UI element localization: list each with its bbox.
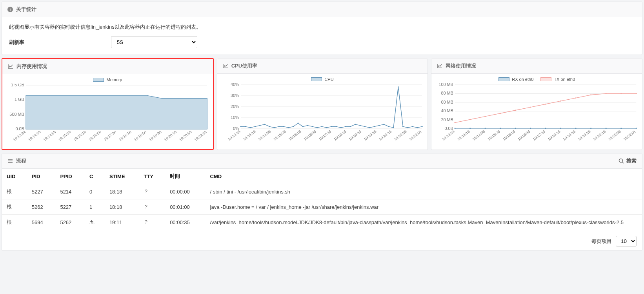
cell-TTY: ？ [139,215,165,230]
pager-label: 每页项目 [591,238,612,245]
svg-point-45 [245,126,246,127]
processes-table: UIDPIDPPIDCSTIMETTY时间CMD 根52275214018:18… [2,169,642,230]
svg-text:19:15:36: 19:15:36 [487,130,501,141]
svg-text:19:20:16: 19:20:16 [164,130,178,142]
table-col-CMD[interactable]: CMD [206,169,642,184]
svg-text:19:20:16: 19:20:16 [593,130,607,141]
svg-text:19:18:16: 19:18:16 [333,130,347,141]
svg-point-63 [331,126,332,127]
cell-PID: 5262 [27,199,56,215]
swatch-rx [498,77,509,81]
svg-point-46 [250,127,251,128]
cell-time: 00:00:00 [165,184,205,199]
svg-point-110 [485,128,486,129]
svg-text:1 GB: 1 GB [15,98,24,102]
svg-point-111 [500,128,501,129]
pager-select[interactable]: 10 [616,236,637,247]
svg-point-127 [545,104,546,105]
svg-text:19:17:36: 19:17:36 [103,130,117,142]
svg-text:19:18:56: 19:18:56 [562,130,577,141]
processes-title: 流程 [16,157,26,164]
about-header: i 关于统计 [2,2,642,17]
cell-UID: 根 [2,184,27,199]
svg-point-51 [273,127,275,128]
svg-point-81 [417,127,418,128]
svg-point-73 [378,125,380,126]
svg-point-131 [606,93,607,94]
svg-point-124 [500,113,501,114]
svg-text:19:16:56: 19:16:56 [303,130,317,141]
svg-text:500 MB: 500 MB [9,112,24,117]
svg-text:19:13:34: 19:13:34 [442,130,456,141]
cell-C: 五 [85,215,105,230]
processes-panel: 流程 搜索 UIDPIDPPIDCSTIMETTY时间CMD 根52275214… [2,153,642,251]
processes-scroll[interactable]: UIDPIDPPIDCSTIMETTY时间CMD 根52275214018:18… [2,169,642,232]
svg-point-76 [393,127,394,128]
cell-UID: 根 [2,215,27,230]
cell-UID: 根 [2,199,27,215]
svg-text:19:20:16: 19:20:16 [378,130,392,141]
refresh-select[interactable]: 5S [111,36,197,48]
list-icon [7,159,13,163]
svg-point-123 [485,116,486,117]
svg-text:40 MB: 40 MB [441,109,453,113]
svg-point-68 [355,124,356,125]
svg-point-58 [307,125,308,126]
table-col-PPID[interactable]: PPID [55,169,85,184]
table-col-TTY[interactable]: TTY [139,169,165,184]
svg-point-69 [359,125,360,126]
svg-point-128 [560,100,561,102]
cell-time: 00:00:35 [165,215,205,230]
svg-point-82 [421,126,422,127]
table-col-时间[interactable]: 时间 [165,169,205,184]
svg-text:19:14:16: 19:14:16 [242,130,257,141]
cell-STIME: 19:11 [105,215,139,230]
svg-point-54 [288,127,289,128]
svg-text:100 MB: 100 MB [439,83,453,87]
svg-point-48 [259,125,260,126]
search-button[interactable]: 搜索 [619,157,637,164]
svg-point-116 [575,128,577,129]
memory-legend: Memory [5,77,210,82]
table-col-C[interactable]: C [85,169,105,184]
svg-point-115 [560,128,561,129]
cell-CMD: /var/jenkins_home/tools/hudson.model.JDK… [206,215,642,230]
svg-point-72 [374,126,375,127]
svg-point-119 [620,128,622,129]
svg-point-75 [388,126,389,127]
svg-text:20%: 20% [231,104,239,109]
svg-point-67 [350,126,351,127]
svg-text:19:16:56: 19:16:56 [88,130,102,142]
table-col-PID[interactable]: PID [27,169,56,184]
svg-text:19:20:56: 19:20:56 [608,130,622,141]
svg-point-50 [269,126,270,127]
legend-memory: Memory [106,77,122,82]
table-col-STIME[interactable]: STIME [105,169,139,184]
legend-tx: TX on eth0 [554,77,575,82]
cell-TTY: ？ [139,199,165,215]
svg-text:19:15:36: 19:15:36 [273,130,287,141]
table-row[interactable]: 根52625227118:18？00:01:00java -Duser.home… [2,199,642,215]
svg-point-77 [398,86,399,88]
net-legend: RX on eth0 TX on eth0 [435,77,639,82]
svg-point-60 [317,127,318,128]
table-row[interactable]: 根52275214018:18？00:00:00/ sbin / tini - … [2,184,642,199]
svg-point-64 [335,126,337,127]
table-row[interactable]: 根56945262五19:11？00:00:35/var/jenkins_hom… [2,215,642,230]
svg-text:19:22:01: 19:22:01 [194,130,208,142]
svg-text:19:14:16: 19:14:16 [457,130,471,141]
svg-text:19:15:36: 19:15:36 [58,130,72,142]
svg-point-132 [620,93,622,94]
svg-point-44 [240,126,241,127]
svg-text:19:18:16: 19:18:16 [118,130,132,142]
swatch-memory [93,78,104,82]
svg-text:19:19:36: 19:19:36 [578,130,592,141]
svg-point-117 [590,128,591,129]
table-col-UID[interactable]: UID [2,169,27,184]
cell-PPID: 5214 [55,184,85,199]
svg-text:10%: 10% [231,115,239,120]
memory-header: 内存使用情况 [2,59,213,74]
svg-point-78 [402,126,404,127]
memory-title: 内存使用情况 [16,63,47,70]
cpu-legend: CPU [220,77,425,82]
